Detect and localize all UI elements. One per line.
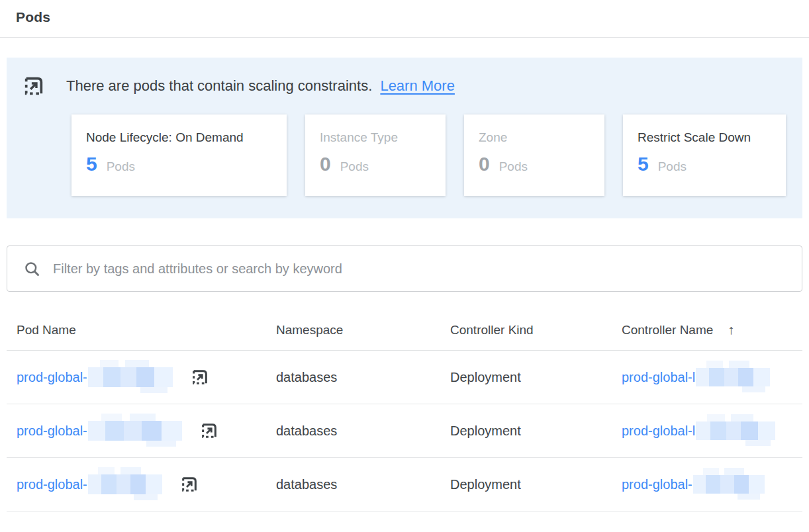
filter-search-bar[interactable] [7,245,802,292]
pod-name-link[interactable]: prod-global- [17,423,87,439]
card-unit: Pods [107,159,135,174]
scale-up-constraint-icon[interactable] [180,475,199,494]
column-header-controller-kind[interactable]: Controller Kind [450,323,622,337]
column-header-pod-name[interactable]: Pod Name [17,323,276,337]
redacted-controller-name [696,421,775,440]
controller-name-cell: prod-global-l [622,368,802,386]
redacted-controller-name [696,368,770,386]
scale-up-constraint-icon[interactable] [191,368,209,386]
banner-message-text: There are pods that contain scaling cons… [66,77,372,94]
controller-name-link[interactable]: prod-global- [622,477,692,492]
header-divider [0,37,809,38]
pod-name-link[interactable]: prod-global- [17,477,87,492]
card-title: Node Lifecycle: On Demand [86,130,272,145]
column-header-controller-name[interactable]: Controller Name ↑ [622,322,802,337]
scale-up-constraint-icon [23,75,45,97]
card-node-lifecycle[interactable]: Node Lifecycle: On Demand 5 Pods [71,114,287,196]
redacted-controller-name [693,475,765,494]
card-count: 5 [86,153,97,175]
constraint-cards: Node Lifecycle: On Demand 5 Pods Instanc… [71,114,786,196]
scale-up-constraint-icon[interactable] [200,421,218,440]
redacted-pod-name [88,421,182,441]
pod-name-link[interactable]: prod-global- [17,370,87,385]
controller-name-link[interactable]: prod-global-l [622,370,695,385]
table-row: prod-global- databases Deployment prod-g… [7,404,802,458]
page-title: Pods [16,9,793,25]
search-input[interactable] [53,261,786,277]
card-instance-type[interactable]: Instance Type 0 Pods [305,114,446,196]
card-count: 0 [320,153,331,175]
card-title: Restrict Scale Down [638,130,771,145]
card-title: Instance Type [320,130,431,145]
controller-name-link[interactable]: prod-global-l [622,423,695,439]
namespace-cell: databases [276,370,450,385]
redacted-pod-name [88,367,173,387]
card-title: Zone [479,130,590,145]
column-header-namespace[interactable]: Namespace [276,323,450,337]
controller-kind-cell: Deployment [450,423,622,439]
card-unit: Pods [658,159,687,174]
card-count: 0 [479,153,490,175]
pod-name-cell: prod-global- [17,421,276,441]
page-header: Pods [0,0,809,25]
namespace-cell: databases [276,477,450,492]
controller-kind-cell: Deployment [450,477,622,492]
card-unit: Pods [340,159,369,174]
scaling-constraints-banner: There are pods that contain scaling cons… [7,58,802,218]
table-row: prod-global- databases Deployment prod-g… [7,351,802,404]
controller-name-cell: prod-global-l [622,421,802,440]
card-restrict-scale-down[interactable]: Restrict Scale Down 5 Pods [623,114,786,196]
namespace-cell: databases [276,423,450,439]
pods-table: Pod Name Namespace Controller Kind Contr… [7,322,802,511]
learn-more-link[interactable]: Learn More [380,77,455,94]
controller-name-cell: prod-global- [622,475,802,494]
pod-name-cell: prod-global- [17,474,276,494]
sort-ascending-icon[interactable]: ↑ [728,322,734,337]
card-count: 5 [638,153,649,175]
card-zone[interactable]: Zone 0 Pods [464,114,604,196]
table-header-row: Pod Name Namespace Controller Kind Contr… [7,322,802,351]
pod-name-cell: prod-global- [17,367,276,387]
controller-kind-cell: Deployment [450,370,622,385]
search-icon [23,260,41,278]
card-unit: Pods [499,159,528,174]
banner-message: There are pods that contain scaling cons… [66,77,455,95]
table-row: prod-global- databases Deployment prod-g… [7,458,802,511]
redacted-pod-name [88,474,162,494]
